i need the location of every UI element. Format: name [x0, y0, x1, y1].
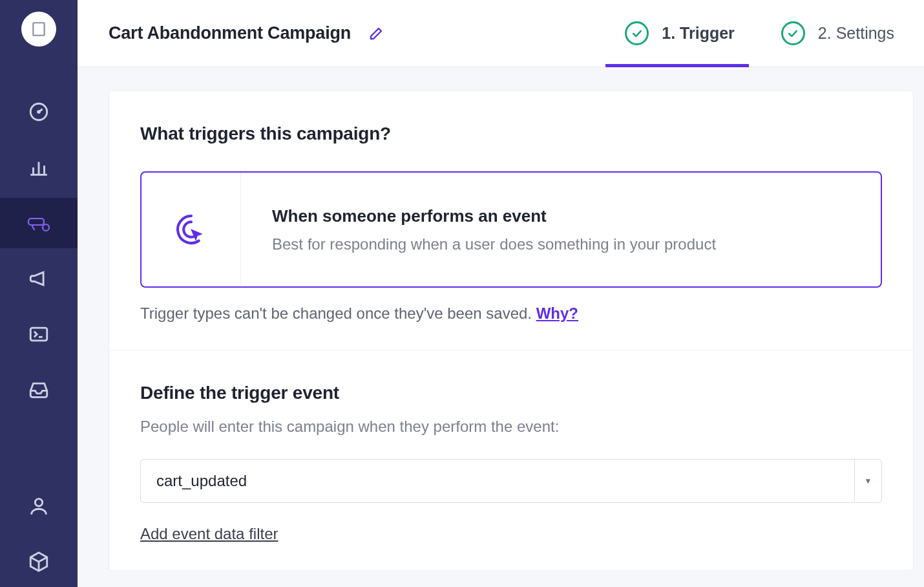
pencil-icon: [368, 26, 384, 41]
svg-rect-0: [33, 23, 44, 36]
step-label: 1. Trigger: [662, 24, 735, 43]
check-icon: [625, 21, 649, 45]
org-logo[interactable]: [21, 12, 56, 47]
trigger-card-desc: Best for responding when a user does som…: [272, 235, 850, 253]
define-section: Define the trigger event People will ent…: [109, 350, 913, 570]
svg-point-20: [35, 499, 42, 506]
svg-rect-18: [30, 328, 47, 341]
inbox-icon: [28, 379, 50, 401]
header: Cart Abandonment Campaign 1. Trigger 2. …: [78, 0, 924, 67]
section-heading: What triggers this campaign?: [140, 123, 882, 144]
event-select-caret[interactable]: ▼: [854, 460, 881, 502]
edit-title-button[interactable]: [366, 24, 386, 43]
nav-dashboard[interactable]: [0, 87, 78, 137]
svg-point-17: [43, 224, 49, 231]
event-select[interactable]: ▼: [140, 459, 882, 503]
add-event-filter-link[interactable]: Add event data filter: [140, 525, 278, 543]
trigger-card-title: When someone performs an event: [272, 206, 850, 226]
building-icon: [30, 21, 47, 37]
nav-campaigns[interactable]: [0, 198, 78, 248]
campaign-title: Cart Abandonment Campaign: [109, 23, 351, 43]
trigger-section: What triggers this campaign? When someon…: [109, 91, 913, 350]
megaphone-icon: [28, 268, 50, 290]
check-icon: [781, 21, 805, 45]
nav-broadcasts[interactable]: [0, 253, 78, 304]
why-link[interactable]: Why?: [536, 304, 578, 322]
nav-terminal[interactable]: [0, 309, 78, 359]
gauge-icon: [28, 101, 50, 123]
content-panel: What triggers this campaign? When someon…: [109, 91, 914, 571]
define-subhead: People will enter this campaign when the…: [140, 418, 882, 436]
sidebar: [0, 0, 78, 587]
nav-objects[interactable]: [0, 537, 78, 587]
event-select-input[interactable]: [141, 460, 854, 502]
terminal-icon: [28, 323, 50, 345]
user-icon: [28, 495, 50, 517]
section-heading: Define the trigger event: [140, 383, 882, 403]
nav-inbox[interactable]: [0, 365, 78, 415]
trigger-note: Trigger types can't be changed once they…: [140, 304, 882, 323]
bar-chart-icon: [28, 156, 50, 178]
nav-people[interactable]: [0, 481, 78, 531]
cube-icon: [28, 551, 50, 573]
caret-down-icon: ▼: [865, 476, 872, 486]
svg-point-12: [38, 111, 40, 113]
event-click-icon: [173, 211, 209, 248]
trigger-card-icon-wrap: [142, 173, 241, 286]
campaigns-icon: [26, 213, 51, 233]
step-label: 2. Settings: [818, 24, 894, 43]
nav-analytics[interactable]: [0, 142, 78, 193]
trigger-type-card[interactable]: When someone performs an event Best for …: [140, 171, 882, 288]
step-settings[interactable]: 2. Settings: [777, 0, 898, 67]
main: Cart Abandonment Campaign 1. Trigger 2. …: [78, 0, 924, 587]
step-trigger[interactable]: 1. Trigger: [621, 0, 739, 67]
